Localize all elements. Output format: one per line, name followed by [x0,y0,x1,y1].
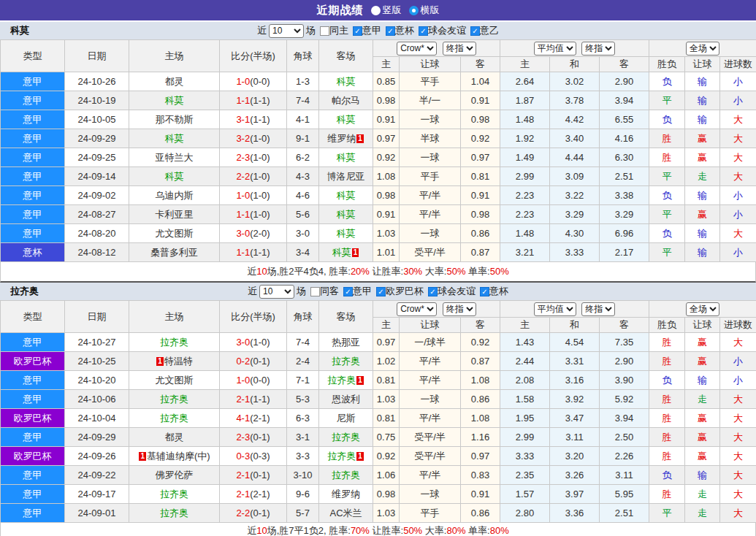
result-cell: 负 [649,186,685,205]
handicap-cell: 平手 [400,72,461,91]
home-team-cell: 1基辅迪纳摩(中) [129,447,220,466]
league-filter-checkbox[interactable] [376,287,386,296]
team-name: 维罗纳 [332,489,360,499]
league-filter-checkbox[interactable] [480,287,489,296]
avg-draw-cell: 3.31 [550,352,600,371]
league-filter-checkbox[interactable] [419,26,428,36]
team-name: 都灵 [165,76,184,87]
same-venue-label: 同主 [329,24,348,37]
avg-stage-select[interactable]: 终指 [581,42,615,55]
avg-stage-select[interactable]: 终指 [581,302,615,316]
avg-away-cell: 2.51 [600,504,649,523]
away-team-cell: 科莫 [319,224,373,243]
corner-cell: 3-4 [287,243,319,262]
col-header-date: 日期 [65,301,129,333]
score-cell: 2-3(1-0) [220,148,287,167]
avg-draw-cell: 3.20 [550,447,600,466]
same-venue-checkbox[interactable] [320,26,329,36]
horizontal-layout-radio[interactable] [409,6,419,15]
fulltime-select[interactable]: 全场 [686,302,719,316]
odds-away-cell: 0.86 [461,390,500,409]
corner-cell: 2-4 [287,352,319,371]
odds-away-cell: 0.87 [461,352,500,371]
goals-result-cell: 大 [720,333,756,352]
score-cell: 1-0(1-0) [220,186,287,205]
fulltime-select[interactable]: 全场 [686,42,719,55]
odds-away-cell: 0.91 [461,186,500,205]
summary-text: 让胜率: [370,266,403,277]
average-select[interactable]: 平均值 [534,302,576,316]
handicap-cell: 一球 [400,485,461,504]
away-team-cell: 科莫 [319,72,373,91]
league-filter-checkbox[interactable] [470,26,480,36]
away-team-cell: 拉齐奥 [319,428,373,447]
team-name: 维罗纳 [327,133,356,144]
match-row: 意甲24-10-06拉齐奥2-1(1-1)5-3恩波利1.03一球0.861.5… [1,390,756,409]
team-name: 拉齐奥 [160,489,188,499]
bookmaker-select[interactable]: Crow* [397,302,437,316]
handicap-result-cell: 走 [685,390,720,409]
away-team-cell: 尼斯 [319,409,373,428]
home-team-cell: 乌迪内斯 [129,186,220,205]
avg-home-cell: 1.43 [500,333,550,352]
league-cell: 意甲 [1,129,65,148]
corner-cell: 3-3 [287,447,319,466]
team-name: 尤文图斯 [156,228,194,239]
result-cell: 负 [649,466,685,485]
match-row: 意甲24-10-05那不勒斯3-1(1-1)4-1科莫0.91一球0.981.4… [1,110,756,129]
games-count-select[interactable]: 10 [269,24,304,38]
team-name: 那不勒斯 [156,114,194,125]
same-venue-checkbox[interactable] [310,287,320,296]
score-cell: 3-0(1-0) [220,333,287,352]
red-card-badge: 1 [356,134,364,143]
handicap-cell: 一/球半 [400,333,461,352]
col-header-avg-home: 主 [500,57,550,72]
col-header-odds-away: 客 [461,57,500,72]
vertical-layout-radio[interactable] [371,6,381,15]
league-filter-checkbox[interactable] [428,287,438,296]
avg-away-cell: 3.94 [600,91,649,110]
match-row: 欧罗巴杯24-09-261基辅迪纳摩(中)0-3(0-3)3-3拉齐奥10.92… [1,447,756,466]
odds-away-cell: 0.91 [461,485,500,504]
score-cell: 2-3(0-1) [220,428,287,447]
odds-stage-select[interactable]: 终指 [443,302,476,316]
team-name: 拉齐奥 [160,394,188,405]
average-select[interactable]: 平均值 [534,42,576,55]
corner-cell: 9-1 [287,129,319,148]
result-cell: 平 [649,91,685,110]
near-label: 近 [248,285,257,298]
games-count-select[interactable]: 10 [259,285,294,299]
home-team-cell: 那不勒斯 [129,110,220,129]
handicap-cell: 半球 [400,129,461,148]
avg-draw-cell: 4.30 [550,224,600,243]
odds-stage-select[interactable]: 终指 [443,42,476,55]
goals-result-cell: 大 [720,148,756,167]
red-card-badge: 1 [156,357,164,366]
avg-home-cell: 3.33 [500,447,550,466]
avg-home-cell: 1.48 [500,110,550,129]
home-team-cell: 拉齐奥 [129,485,220,504]
col-header-home: 主场 [129,40,220,72]
league-filter-checkbox[interactable] [353,26,362,36]
league-filter-label: 球会友谊 [438,285,476,298]
league-filter-checkbox[interactable] [386,26,395,36]
date-cell: 24-09-02 [65,186,129,205]
bookmaker-select[interactable]: Crow* [397,42,437,55]
league-filter-checkbox[interactable] [343,287,353,296]
halftime-score: (1-0) [250,171,270,182]
halftime-score: (1-0) [250,133,270,144]
goals-result-cell: 大 [720,466,756,485]
date-cell: 24-09-29 [65,428,129,447]
match-row: 意甲24-09-02乌迪内斯1-0(1-0)4-6科莫0.98平/半0.912.… [1,186,756,205]
league-filter-label: 意乙 [480,24,499,37]
red-card-badge: 1 [139,452,146,461]
summary-text: 30% [403,266,422,277]
fulltime-score: 2-3 [236,152,250,163]
handicap-result-cell: 赢 [685,333,720,352]
summary-text: 10 [256,266,267,277]
fulltime-score: 1-0 [236,375,250,386]
avg-draw-cell: 4.54 [550,333,600,352]
avg-home-cell: 1.95 [500,409,550,428]
league-cell: 意甲 [1,110,65,129]
avg-draw-cell: 3.47 [550,409,600,428]
